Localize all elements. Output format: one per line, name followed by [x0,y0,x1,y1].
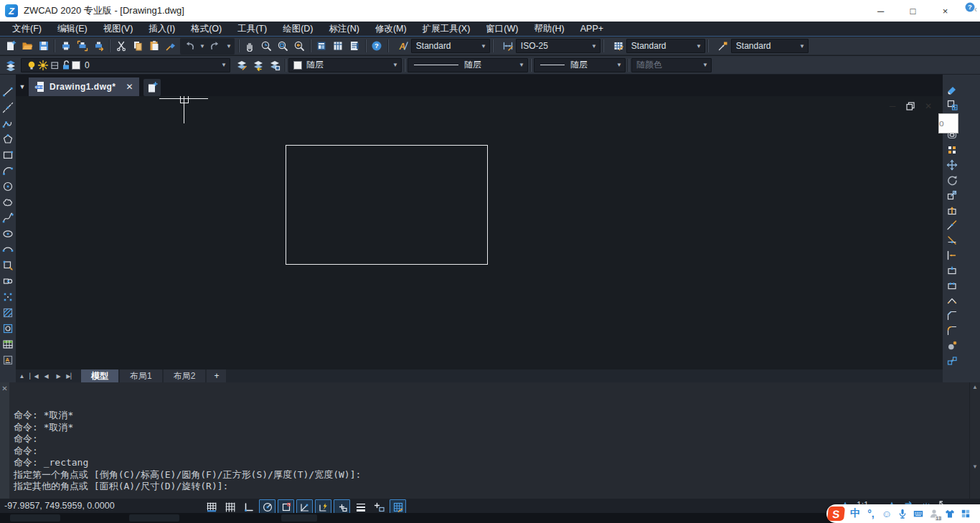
menu-item-6[interactable]: 绘图(D) [275,22,321,37]
fillet-button[interactable] [944,323,960,338]
layer-thaw-icon[interactable] [37,60,49,71]
layers-manager-button[interactable] [2,57,19,73]
menu-item-12[interactable]: APP+ [573,22,611,37]
make-block-button[interactable] [1,273,15,288]
snap-mode-toggle[interactable] [203,499,220,514]
construction-line-button[interactable] [1,100,15,115]
object-snap-toggle[interactable] [278,499,294,514]
redo-button[interactable] [207,38,224,54]
paste-button[interactable] [146,38,162,54]
close-button[interactable]: × [929,0,961,22]
annotation-autoscale-toggle[interactable] [390,499,406,514]
copy-button[interactable] [129,38,146,54]
rotate-button[interactable] [944,172,960,187]
grid-display-toggle[interactable] [222,499,238,514]
hatch-button[interactable] [1,305,15,320]
annotation-visibility-toggle[interactable] [371,499,387,514]
ime-skin-icon[interactable] [942,505,958,522]
join-button[interactable] [944,293,960,308]
move-button[interactable] [944,157,960,172]
help-button[interactable]: ? [369,38,385,54]
match-properties-button[interactable] [162,38,179,54]
ellipse-arc-button[interactable] [1,242,15,257]
tool-palettes-button[interactable] [347,38,363,54]
minimize-button[interactable]: ─ [864,0,897,22]
menu-item-5[interactable]: 工具(T) [230,22,275,37]
cut-button[interactable] [113,38,129,54]
layout-next-button[interactable]: ▶ [52,369,65,382]
maximize-button[interactable]: □ [897,0,929,22]
new-file-button[interactable] [2,38,19,54]
rectangle-button[interactable] [1,147,15,162]
layout-tab-0[interactable]: 模型 [81,369,118,382]
arc-button[interactable] [1,163,15,178]
menu-item-0[interactable]: 文件(F) [4,22,50,37]
dynamic-ucs-toggle[interactable] [334,499,350,514]
revision-cloud-button[interactable] [1,194,15,209]
open-button[interactable] [19,38,35,54]
lengthen-button[interactable] [944,217,960,232]
ortho-mode-toggle[interactable] [240,499,257,514]
menu-item-7[interactable]: 标注(N) [321,22,367,37]
extend-button[interactable] [944,248,960,263]
print-preview-button[interactable] [74,38,90,54]
copy-object-button[interactable] [944,97,960,112]
pan-button[interactable] [242,38,258,54]
line-button[interactable] [1,84,15,99]
dynamic-input-toggle[interactable] [315,499,331,514]
ime-menu-icon[interactable] [958,505,974,522]
text-style-select[interactable]: Standard▼ [411,39,490,53]
layer-match-button[interactable] [233,57,250,73]
layout-tab-1[interactable]: 布局1 [120,369,162,382]
command-scrollbar[interactable]: ▲ ▼ [969,382,980,499]
drawing-canvas[interactable]: ─ ✕ [16,96,943,369]
redo-dropdown[interactable]: ▼ [224,43,234,50]
layer-unlock-icon[interactable] [60,60,72,71]
new-layout-button[interactable]: + [207,369,226,382]
object-snap-tracking-toggle[interactable] [296,499,313,514]
color-select[interactable]: 随层▼ [288,58,402,72]
lineweight-display-toggle[interactable] [352,499,369,514]
dim-style-select[interactable]: ISO-25▼ [516,39,600,53]
mdi-restore-button[interactable] [905,100,916,112]
help-icon[interactable]: ? [964,1,976,13]
scale-button[interactable] [944,187,960,202]
layer-states-button[interactable] [266,57,283,73]
table-button[interactable] [1,336,15,352]
ime-punctuation-toggle[interactable]: °, [863,505,879,522]
mtext-button[interactable]: A [1,352,15,367]
mdi-minimize-button[interactable]: ─ [887,100,898,112]
layout-first-button[interactable]: ▏◀ [28,369,40,382]
ellipse-button[interactable] [1,226,15,241]
table-style-select[interactable]: Standard▼ [626,39,705,53]
document-tab[interactable]: DWG Drawing1.dwg* ✕ [29,77,139,96]
polygon-button[interactable] [1,131,15,146]
menu-item-10[interactable]: 窗口(W) [478,22,526,37]
tab-close-icon[interactable]: ✕ [126,82,134,92]
mleader-style-select[interactable]: Standard▼ [731,39,809,53]
zoom-previous-button[interactable] [291,38,308,54]
ime-emoji-icon[interactable]: ☺ [879,505,895,522]
mdi-close-button[interactable]: ✕ [923,100,934,112]
break-at-point-button[interactable] [944,263,960,278]
new-document-button[interactable] [143,79,161,96]
zoom-window-button[interactable] [275,38,291,54]
circle-button[interactable] [1,179,15,194]
stretch-button[interactable] [944,202,960,217]
drawn-rectangle[interactable] [286,145,488,265]
layout-prev-button[interactable]: ◀ [40,369,52,382]
ime-mic-icon[interactable] [895,505,910,522]
polyline-button[interactable] [1,116,15,131]
command-close-icon[interactable]: ✕ [1,385,7,392]
insert-block-button[interactable] [1,258,15,273]
scroll-down-icon[interactable]: ▼ [972,463,978,470]
scroll-up-icon[interactable]: ▲ [972,384,978,390]
lineweight-select[interactable]: 随层▼ [534,58,626,72]
point-button[interactable] [1,289,15,304]
ime-account-icon[interactable]: 13 [926,505,942,522]
properties-palette-button[interactable] [314,38,330,54]
blend-curves-button[interactable] [944,338,960,353]
plot-button[interactable] [57,38,74,54]
tab-list-dropdown[interactable]: ▼ [16,77,29,96]
layout-up-button[interactable]: ▲ [16,369,28,382]
